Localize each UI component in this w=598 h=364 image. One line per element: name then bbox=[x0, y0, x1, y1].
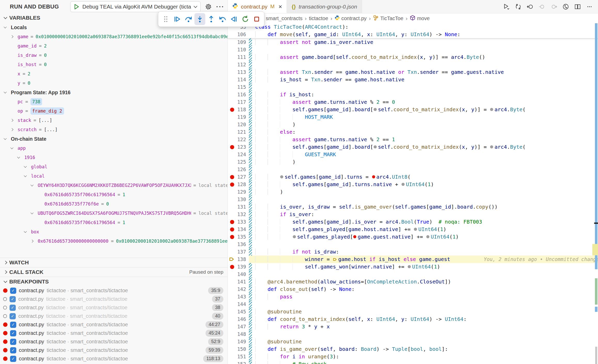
variable-row-local[interactable]: local bbox=[0, 171, 227, 181]
breakpoint-gutter[interactable] bbox=[228, 68, 237, 76]
next-change-icon[interactable] bbox=[550, 3, 557, 10]
previous-change-icon[interactable] bbox=[539, 3, 545, 10]
variable-row-scratch[interactable]: scratch=[...] bbox=[0, 125, 227, 134]
section-call-stack[interactable]: CALL STACK Paused on step bbox=[0, 267, 227, 277]
variable-row-0x67616d65735f706c61796564[interactable]: 0x67616d65735f706c61796564=1 bbox=[0, 190, 227, 199]
step-back-button[interactable] bbox=[217, 13, 228, 25]
breakpoint-gutter[interactable] bbox=[228, 106, 237, 113]
breakpoint-gutter-icon[interactable] bbox=[230, 175, 234, 179]
breakpoint-gutter[interactable] bbox=[228, 218, 237, 226]
breakpoint-gutter[interactable] bbox=[228, 83, 237, 91]
breakpoint-row[interactable]: ✓contract.pytictactoe · smart_contracts/… bbox=[0, 329, 227, 337]
section-watch[interactable]: WATCH bbox=[0, 258, 227, 267]
breakpoint-gutter[interactable] bbox=[228, 323, 237, 330]
breakpoint-checkbox[interactable]: ✓ bbox=[10, 356, 16, 362]
inline-breakpoint-active-icon[interactable] bbox=[372, 175, 375, 178]
source-control-graph-icon[interactable] bbox=[562, 3, 569, 10]
breakpoint-gutter[interactable] bbox=[228, 91, 237, 98]
breakpoint-gutter[interactable] bbox=[228, 226, 237, 233]
inline-breakpoint-icon[interactable] bbox=[280, 175, 283, 178]
breakpoint-row[interactable]: ✓contract.pytictactoe · smart_contracts/… bbox=[0, 354, 227, 363]
breakpoint-gutter[interactable] bbox=[228, 360, 237, 364]
breakpoint-gutter[interactable] bbox=[228, 151, 237, 158]
compare-changes-icon[interactable] bbox=[515, 3, 522, 10]
breakpoint-gutter[interactable] bbox=[228, 315, 237, 323]
variable-row-is-draw[interactable]: is_draw=0 bbox=[0, 51, 227, 60]
gear-icon[interactable] bbox=[205, 3, 212, 10]
variable-row-op[interactable]: op=frame_dig 2 bbox=[0, 106, 227, 116]
breakpoint-row[interactable]: ✓contract.pytictactoe · smart_contracts/… bbox=[0, 295, 227, 303]
breakpoint-gutter[interactable] bbox=[228, 300, 237, 308]
breakpoint-gutter[interactable] bbox=[228, 248, 237, 256]
breakpoint-gutter[interactable] bbox=[228, 203, 237, 211]
breakpoint-gutter-icon[interactable] bbox=[230, 235, 234, 239]
breakpoint-gutter[interactable] bbox=[228, 143, 237, 151]
breakpoint-gutter[interactable] bbox=[228, 211, 237, 218]
breakpoint-gutter[interactable] bbox=[228, 271, 237, 278]
breakpoint-gutter[interactable] bbox=[228, 263, 237, 271]
breadcrumb-item-smart-contracts[interactable]: smart_contracts bbox=[266, 15, 302, 21]
breakpoint-gutter[interactable] bbox=[228, 31, 237, 38]
variable-row-is-host[interactable]: is_host=0 bbox=[0, 60, 227, 69]
breakpoint-gutter[interactable] bbox=[228, 113, 237, 121]
breakpoint-gutter[interactable] bbox=[228, 76, 237, 83]
breakpoint-checkbox[interactable]: ✓ bbox=[10, 288, 16, 294]
variable-row-ubutq6fog5zwrci64dusx7sa6fogmuj7stnqvpaj[interactable]: UBUTQ6FOG5ZWRCI64DUSX7SA6FOGMUJ7STNQVPAJ… bbox=[0, 209, 227, 218]
variable-row-0x67616d65735f706c61796564[interactable]: 0x67616d65735f706c61796564=1 bbox=[0, 218, 227, 227]
variable-row-stack[interactable]: stack=[...] bbox=[0, 116, 227, 125]
variable-row-x[interactable]: x=2 bbox=[0, 69, 227, 78]
more-actions-icon[interactable]: ··· bbox=[216, 3, 224, 11]
start-debug-icon[interactable] bbox=[74, 4, 79, 10]
breakpoint-row[interactable]: ✓contract.pytictactoe · smart_contracts/… bbox=[0, 286, 227, 295]
variable-row-1916[interactable]: 1916 bbox=[0, 153, 227, 162]
breakpoint-gutter[interactable] bbox=[228, 98, 237, 106]
inline-breakpoint-icon[interactable] bbox=[414, 228, 417, 231]
variable-row-box[interactable]: box bbox=[0, 227, 227, 236]
breakpoint-row[interactable]: ✓contract.pytictactoe · smart_contracts/… bbox=[0, 320, 227, 329]
breadcrumb-item-tictactoe[interactable]: tictactoe bbox=[309, 15, 328, 21]
stop-button[interactable] bbox=[251, 13, 262, 25]
breakpoint-gutter-icon[interactable] bbox=[230, 145, 234, 149]
breakpoint-gutter[interactable] bbox=[228, 61, 237, 68]
breakpoint-row[interactable]: ✓contract.pytictactoe · smart_contracts/… bbox=[0, 312, 227, 320]
variable-row-app[interactable]: app bbox=[0, 144, 227, 153]
variable-row-game[interactable]: game=0x010000000102010002a0693878ae37736… bbox=[0, 32, 227, 41]
drag-handle[interactable] bbox=[160, 13, 171, 25]
breakpoint-gutter[interactable] bbox=[228, 338, 237, 345]
breakpoint-gutter[interactable] bbox=[228, 136, 237, 143]
breakpoint-row[interactable]: ✓contract.pytictactoe · smart_contracts/… bbox=[0, 337, 227, 346]
continue-button[interactable] bbox=[172, 13, 183, 25]
breakpoint-gutter[interactable] bbox=[228, 38, 237, 46]
breakpoint-gutter[interactable] bbox=[228, 188, 237, 196]
variable-row-0x67616d65735f776f6e[interactable]: 0x67616d65735f776f6e=0 bbox=[0, 199, 227, 209]
breakpoint-gutter-icon[interactable] bbox=[230, 183, 234, 187]
variable-row-program-state-app-1916[interactable]: Program State: App 1916 bbox=[0, 88, 227, 97]
breakpoint-checkbox[interactable]: ✓ bbox=[10, 339, 16, 345]
more-actions-icon[interactable] bbox=[586, 3, 593, 10]
breadcrumb-item-contract-py[interactable]: contract.py bbox=[335, 15, 367, 22]
inline-breakpoint-icon[interactable] bbox=[426, 235, 429, 238]
close-icon[interactable]: × bbox=[278, 3, 282, 10]
breakpoint-gutter[interactable] bbox=[228, 46, 237, 53]
step-into-button[interactable] bbox=[194, 13, 205, 25]
debug-config-dropdown[interactable]: Debug TEAL via AlgoKit AVM Debugger (tic… bbox=[70, 1, 201, 12]
breakpoint-gutter[interactable] bbox=[228, 233, 237, 241]
breakpoint-gutter[interactable] bbox=[228, 256, 237, 263]
breakpoint-checkbox[interactable]: ✓ bbox=[10, 322, 16, 328]
breakpoint-gutter[interactable] bbox=[228, 173, 237, 181]
breakpoint-gutter[interactable] bbox=[228, 121, 237, 128]
variable-row-on-chain-state[interactable]: On-chain State bbox=[0, 134, 227, 144]
variable-row-y[interactable]: y=0 bbox=[0, 78, 227, 88]
breakpoint-gutter[interactable] bbox=[228, 196, 237, 203]
breakpoint-gutter-icon[interactable] bbox=[230, 227, 234, 232]
breakpoint-gutter[interactable] bbox=[228, 241, 237, 248]
variable-row-0x67616d65730000000000000002[interactable]: 0x67616d65730000000000000002=0x010002000… bbox=[0, 236, 227, 246]
inline-breakpoint-icon[interactable] bbox=[490, 145, 493, 148]
breakpoint-gutter[interactable] bbox=[228, 158, 237, 166]
step-over-button[interactable] bbox=[183, 13, 194, 25]
inline-breakpoint-icon[interactable] bbox=[374, 108, 377, 111]
breakpoint-gutter[interactable] bbox=[228, 278, 237, 286]
section-breakpoints[interactable]: BREAKPOINTS bbox=[0, 277, 227, 286]
breakpoint-row[interactable]: ✓contract.pytictactoe · smart_contracts/… bbox=[0, 346, 227, 354]
breadcrumb-item-tictactoe[interactable]: TicTacToe bbox=[373, 15, 403, 22]
